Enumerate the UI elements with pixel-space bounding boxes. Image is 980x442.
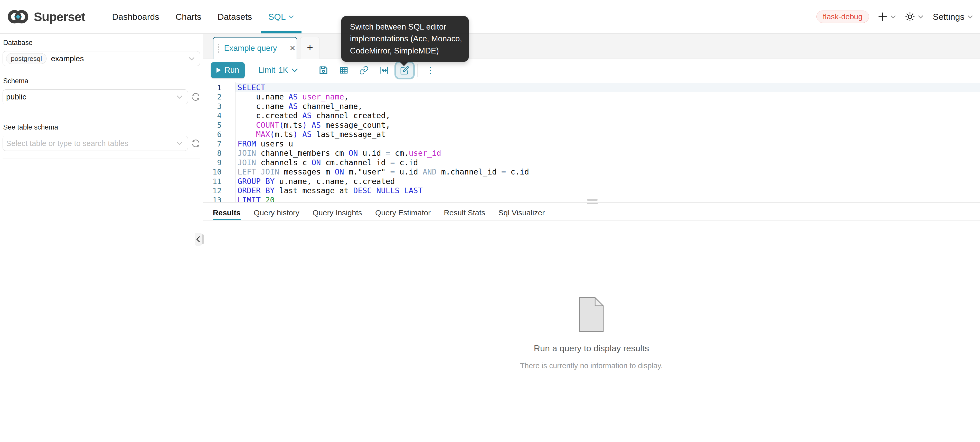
nav-item-datasets[interactable]: Datasets — [209, 0, 260, 34]
brand[interactable]: Superset — [6, 0, 85, 34]
superset-logo-icon — [6, 9, 30, 24]
editor-line-number: 5 — [203, 121, 222, 130]
results-tab-query-estimator[interactable]: Query Estimator — [375, 205, 431, 220]
results-tabbar: ResultsQuery historyQuery InsightsQuery … — [203, 205, 980, 220]
new-item-menu[interactable] — [878, 12, 896, 21]
run-label: Run — [224, 65, 239, 75]
collapse-sidebar-button[interactable] — [195, 233, 202, 246]
editor-line-number: 3 — [203, 102, 222, 111]
editor-line-number: 10 — [203, 167, 222, 177]
sql-code-editor[interactable]: 12345678910111213 SELECT u.name AS user_… — [203, 82, 980, 202]
sql-editor-panel: Example query ✕ + Run Limit 1K — [203, 34, 980, 442]
main-layout: Database postgresql examples Schema publ… — [0, 34, 980, 442]
editor-line: LIMIT 20 — [237, 196, 980, 202]
editor-line: COUNT(m.ts) AS message_count, — [237, 121, 980, 130]
theme-menu[interactable] — [905, 12, 923, 22]
save-query-button[interactable] — [313, 61, 334, 79]
editor-line: SELECT — [237, 83, 980, 93]
nav-item-label: Dashboards — [112, 12, 159, 22]
editor-line: FROM users u — [237, 139, 980, 149]
editor-line: JOIN channel_members cm ON u.id = cm.use… — [237, 148, 980, 158]
table-schema-label: See table schema — [3, 123, 200, 131]
settings-menu[interactable]: Settings — [933, 12, 973, 22]
editor-tabbar: Example query ✕ + — [203, 34, 980, 59]
schema-label: Schema — [3, 77, 200, 85]
results-tab-query-insights[interactable]: Query Insights — [313, 205, 362, 220]
editor-line: JOIN channels c ON cm.channel_id = c.id — [237, 158, 980, 168]
refresh-schemas-icon[interactable] — [191, 93, 200, 101]
nav-items: DashboardsChartsDatasetsSQL — [104, 0, 302, 34]
results-tab-sql-visualizer[interactable]: Sql Visualizer — [498, 205, 545, 220]
render-table-button[interactable] — [334, 61, 354, 79]
plus-icon — [878, 12, 887, 21]
database-select-value: examples — [51, 54, 84, 63]
nav-item-label: SQL — [268, 12, 286, 22]
database-select[interactable]: postgresql examples — [3, 51, 200, 66]
toolbar-separator — [417, 64, 418, 77]
sun-icon — [905, 12, 915, 22]
editor-line: u.name AS user_name, — [237, 92, 980, 102]
link-icon — [359, 65, 369, 75]
document-icon — [579, 297, 604, 332]
editor-line-number: 13 — [203, 196, 222, 202]
pane-divider[interactable] — [203, 202, 980, 203]
database-label: Database — [3, 39, 200, 47]
table-select[interactable]: Select table or type to search tables — [3, 136, 188, 151]
nav-item-label: Charts — [175, 12, 201, 22]
save-icon — [319, 66, 328, 75]
sql-lab-app: Superset DashboardsChartsDatasetsSQL fla… — [0, 0, 980, 442]
chevron-down-icon — [177, 95, 183, 99]
run-button[interactable]: Run — [211, 62, 245, 78]
copy-link-button[interactable] — [354, 61, 374, 79]
pane-resize-grip[interactable] — [587, 203, 597, 204]
tooltip-text-line: implementations (Ace, Monaco, — [350, 33, 460, 45]
nav-item-dashboards[interactable]: Dashboards — [104, 0, 167, 34]
nav-item-label: Datasets — [218, 12, 252, 22]
refresh-tables-icon[interactable] — [191, 139, 200, 148]
results-tab-query-history[interactable]: Query history — [254, 205, 299, 220]
query-tab-title: Example query — [224, 44, 277, 53]
toolbar-icons: ⋮ — [313, 61, 441, 80]
chevron-down-icon — [291, 68, 298, 72]
more-options-button[interactable]: ⋮ — [420, 61, 441, 79]
brand-name: Superset — [33, 10, 85, 24]
pane-resize-grip[interactable] — [587, 199, 597, 200]
settings-label: Settings — [933, 12, 964, 22]
results-tab-result-stats[interactable]: Result Stats — [444, 205, 485, 220]
editor-line-number: 7 — [203, 139, 222, 149]
editor-line-number: 2 — [203, 92, 222, 102]
table-icon — [339, 66, 348, 75]
nav-item-charts[interactable]: Charts — [167, 0, 210, 34]
chevron-down-icon — [177, 141, 183, 145]
estimate-cost-button[interactable] — [374, 61, 395, 79]
chevron-down-icon — [967, 15, 973, 19]
editor-line-number: 6 — [203, 130, 222, 139]
navbar-right: flask-debug Settings — [816, 0, 973, 34]
sidebar-resize-grip[interactable] — [202, 235, 204, 244]
editor-line-number: 11 — [203, 177, 222, 186]
editor-switch-tooltip: Switch between SQL editorimplementations… — [341, 16, 469, 62]
chevron-down-icon — [288, 15, 294, 19]
play-icon — [216, 68, 221, 73]
chevron-down-icon — [188, 57, 195, 61]
editor-toolbar: Run Limit 1K — [203, 59, 980, 82]
editor-line-number: 9 — [203, 158, 222, 168]
tab-example-query[interactable]: Example query ✕ — [213, 37, 298, 59]
schema-select[interactable]: public — [3, 89, 188, 104]
close-tab-icon[interactable]: ✕ — [290, 45, 295, 52]
limit-dropdown[interactable]: Limit 1K — [258, 65, 298, 75]
drag-handle-icon[interactable] — [218, 44, 219, 53]
sidebar-divider — [3, 158, 200, 159]
tooltip-arrow — [399, 62, 408, 66]
results-tab-results[interactable]: Results — [213, 205, 241, 220]
new-tab-button[interactable]: + — [300, 37, 320, 59]
database-engine-tag: postgresql — [6, 53, 46, 64]
limit-label: Limit — [258, 65, 275, 75]
navbar: Superset DashboardsChartsDatasetsSQL fla… — [0, 0, 980, 34]
nav-item-sql[interactable]: SQL — [260, 0, 302, 34]
empty-state-subtitle: There is currently no information to dis… — [520, 362, 663, 370]
editor-line: c.name AS channel_name, — [237, 102, 980, 111]
sql-code: SELECT u.name AS user_name, c.name AS ch… — [237, 83, 980, 202]
line-number-gutter: 12345678910111213 — [203, 83, 222, 202]
tooltip-text-line: Switch between SQL editor — [350, 21, 460, 33]
